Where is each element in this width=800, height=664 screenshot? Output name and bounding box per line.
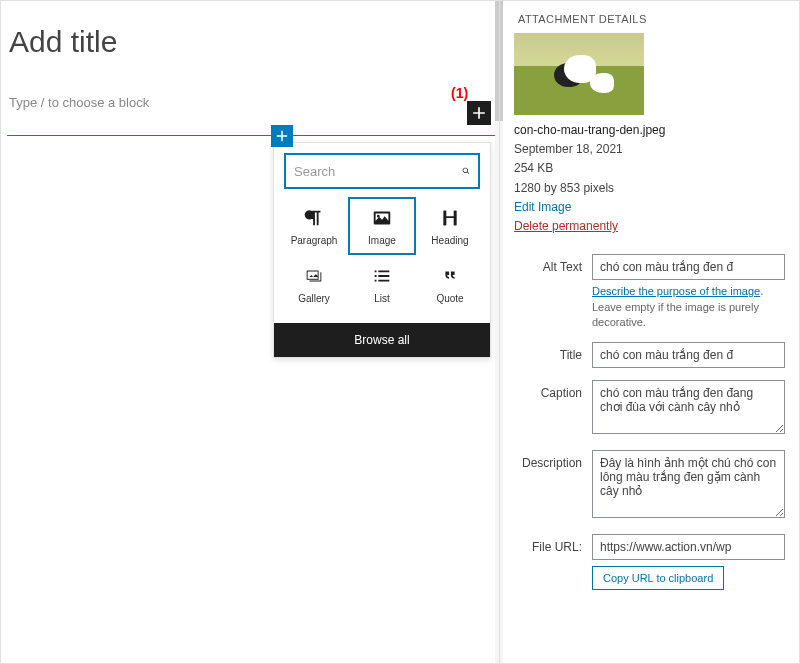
file-url-input[interactable] [592,534,785,560]
alt-text-help: Describe the purpose of the image. Leave… [592,284,785,330]
title-label: Title [514,342,592,362]
description-input[interactable] [592,450,785,518]
image-icon [371,207,393,229]
browse-all-button[interactable]: Browse all [274,323,490,357]
file-date: September 18, 2021 [514,140,785,159]
edit-image-link[interactable]: Edit Image [514,200,571,214]
paragraph-icon [303,207,325,229]
block-label: Paragraph [291,235,338,246]
block-type-paragraph[interactable]: Paragraph [280,197,348,255]
plus-icon [273,127,291,145]
delete-permanently-link[interactable]: Delete permanently [514,219,618,233]
block-label: Gallery [298,293,330,304]
gallery-icon [303,265,325,287]
block-placeholder[interactable]: Type / to choose a block [9,91,491,114]
annotation-1: (1) [451,85,468,101]
search-wrap [274,143,490,197]
file-size: 254 KB [514,159,785,178]
block-inserter-popover: Paragraph Image Heading Gallery List Quo… [273,142,491,358]
copy-url-button[interactable]: Copy URL to clipboard [592,566,724,590]
alt-text-input[interactable] [592,254,785,280]
quote-icon [439,265,461,287]
attachment-details-sidebar: ATTACHMENT DETAILS con-cho-mau-trang-den… [499,1,799,663]
plus-icon [469,103,489,123]
attachment-thumbnail[interactable] [514,33,644,115]
file-url-label: File URL: [514,534,592,554]
description-label: Description [514,450,592,470]
insert-block-handle[interactable] [271,125,293,147]
attachment-form: Alt Text Describe the purpose of the ima… [514,254,785,590]
editor-canvas: Add title Type / to choose a block (1) (… [1,1,499,663]
block-type-image[interactable]: Image [348,197,416,255]
block-label: Quote [436,293,463,304]
alt-help-link[interactable]: Describe the purpose of the image [592,285,760,297]
block-type-quote[interactable]: Quote [416,255,484,313]
blocks-grid: Paragraph Image Heading Gallery List Quo… [274,197,490,323]
insertion-line [7,135,495,136]
title-input[interactable] [592,342,785,368]
heading-icon [439,207,461,229]
sidebar-heading: ATTACHMENT DETAILS [518,13,785,25]
block-type-list[interactable]: List [348,255,416,313]
block-search-input[interactable] [294,164,462,179]
file-dimensions: 1280 by 853 pixels [514,179,785,198]
add-block-button[interactable] [467,101,491,125]
file-name: con-cho-mau-trang-den.jpeg [514,121,785,140]
block-type-gallery[interactable]: Gallery [280,255,348,313]
alt-text-label: Alt Text [514,254,592,274]
block-type-heading[interactable]: Heading [416,197,484,255]
block-label: Heading [431,235,468,246]
file-info: con-cho-mau-trang-den.jpeg September 18,… [514,121,785,236]
search-icon [462,163,470,179]
block-search-box[interactable] [284,153,480,189]
block-label: Image [368,235,396,246]
caption-label: Caption [514,380,592,400]
post-title-input[interactable]: Add title [9,25,491,59]
block-label: List [374,293,390,304]
caption-input[interactable] [592,380,785,434]
list-icon [371,265,393,287]
